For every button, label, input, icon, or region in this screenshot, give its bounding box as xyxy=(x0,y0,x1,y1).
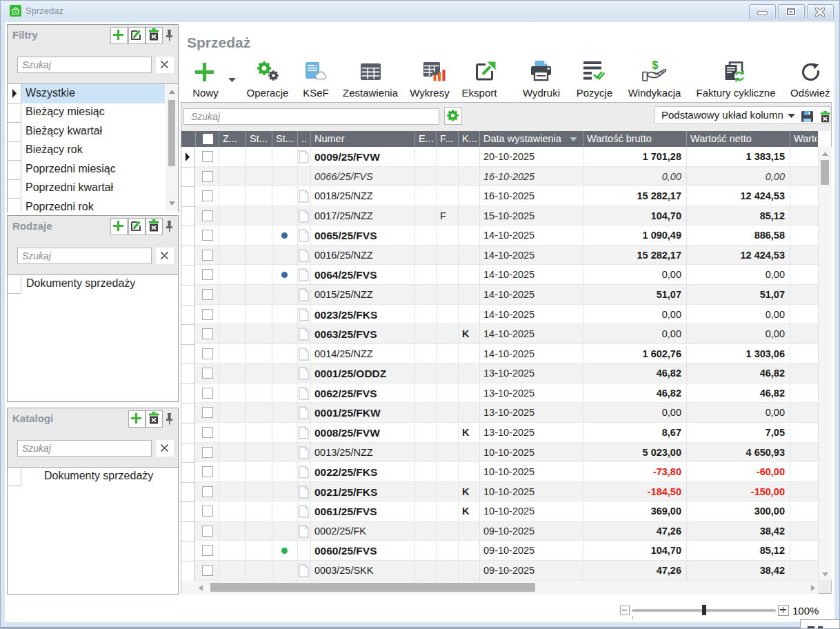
svg-text:$: $ xyxy=(652,60,659,71)
